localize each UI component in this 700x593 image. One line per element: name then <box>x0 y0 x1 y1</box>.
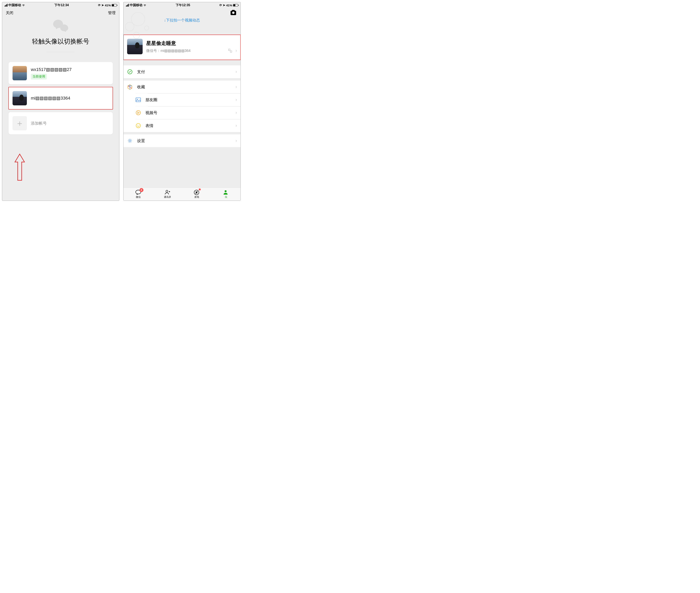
avatar <box>12 91 27 105</box>
me-icon <box>223 190 229 195</box>
pay-icon <box>127 69 133 75</box>
add-account-label: 添加帐号 <box>31 121 47 126</box>
account-name: wx1517▧▧▧▧▧27 <box>31 67 72 72</box>
menu-item-favorites[interactable]: 收藏 › <box>123 80 241 93</box>
battery-icon <box>233 4 238 7</box>
tab-chat[interactable]: 微信 4 <box>123 188 153 201</box>
carrier-label: 中国移动 <box>8 3 21 7</box>
status-bar-left: 中国移动 下午12:34 ⟳ ➤ 41% <box>2 2 119 8</box>
channels-icon <box>136 110 141 116</box>
wifi-icon <box>143 4 146 6</box>
tab-bar: 微信 4 通讯录 发现 我 <box>123 188 241 201</box>
menu-group-content: 收藏 › 朋友圈 › 视频号 › 表情 › <box>123 80 241 132</box>
location-icon: ➤ <box>102 3 104 7</box>
tab-label: 通讯录 <box>164 195 171 199</box>
moments-icon <box>136 97 141 103</box>
contacts-icon <box>164 190 171 195</box>
account-card-current[interactable]: wx1517▧▧▧▧▧27 当前使用 <box>8 62 113 84</box>
pull-to-record-hint: ↓下拉拍一个视频动态 <box>123 18 241 27</box>
close-button[interactable]: 关闭 <box>6 10 13 15</box>
menu-item-settings[interactable]: 设置 › <box>123 134 241 147</box>
tab-label: 微信 <box>136 195 141 199</box>
wifi-icon <box>22 4 25 6</box>
orientation-lock-icon: ⟳ <box>98 3 101 7</box>
tab-contacts[interactable]: 通讯录 <box>153 188 182 201</box>
signal-icon <box>5 4 7 7</box>
page-title: 轻触头像以切换帐号 <box>2 37 119 52</box>
nav-bar: 关闭 管理 <box>2 8 119 18</box>
chevron-right-icon: › <box>235 110 237 115</box>
wechat-id: 微信号：mi▧▧▧▧▧▧364 <box>146 48 225 53</box>
menu-item-channels[interactable]: 视频号 › <box>136 106 241 119</box>
tab-label: 发现 <box>194 195 199 199</box>
tab-label: 我 <box>225 195 227 199</box>
status-time: 下午12:35 <box>176 3 190 7</box>
camera-icon[interactable] <box>230 11 236 15</box>
chevron-right-icon: › <box>235 69 237 74</box>
menu-label: 收藏 <box>137 84 231 90</box>
account-card-other[interactable]: mi▧▧▧▧▧▧3364 <box>8 87 113 109</box>
orientation-lock-icon: ⟳ <box>219 3 222 7</box>
svg-point-4 <box>136 123 141 128</box>
menu-label: 表情 <box>145 123 231 128</box>
wechat-logo-area <box>2 18 119 37</box>
wechat-logo-icon <box>53 18 69 32</box>
annotation-up-arrow <box>14 153 25 182</box>
battery-icon <box>112 4 117 7</box>
right-phone-me-tab: 中国移动 下午12:35 ⟳ ➤ 41% ↓下拉拍一个视频动态 星星偷走睡意 微… <box>123 2 241 201</box>
settings-icon <box>127 138 133 144</box>
svg-point-7 <box>129 140 131 142</box>
menu-group-pay: 支付 › <box>123 66 241 78</box>
svg-point-11 <box>225 190 227 192</box>
location-icon: ➤ <box>223 3 225 7</box>
chevron-right-icon: › <box>235 97 237 103</box>
signal-icon <box>126 4 129 7</box>
chevron-right-icon: › <box>235 123 237 128</box>
discover-icon <box>194 190 200 195</box>
chevron-right-icon: › <box>235 48 237 53</box>
menu-label: 支付 <box>137 69 231 75</box>
battery-percent: 41% <box>226 4 232 7</box>
tab-me[interactable]: 我 <box>211 188 241 201</box>
status-bar-right: 中国移动 下午12:35 ⟳ ➤ 41% <box>123 2 241 8</box>
chevron-right-icon: › <box>235 84 237 89</box>
svg-point-3 <box>136 111 141 115</box>
menu-label: 视频号 <box>145 110 231 116</box>
carrier-label: 中国移动 <box>130 3 142 7</box>
account-list: wx1517▧▧▧▧▧27 当前使用 mi▧▧▧▧▧▧3364 ＋ 添加帐号 <box>2 62 119 134</box>
menu-item-stickers[interactable]: 表情 › <box>136 119 241 132</box>
svg-point-2 <box>137 99 138 100</box>
favorites-icon <box>127 84 133 90</box>
title-divider <box>47 52 75 52</box>
svg-rect-1 <box>136 98 141 102</box>
status-time: 下午12:34 <box>54 3 69 7</box>
manage-button[interactable]: 管理 <box>108 10 116 15</box>
svg-point-6 <box>139 125 140 126</box>
add-account-card[interactable]: ＋ 添加帐号 <box>8 112 113 134</box>
unread-badge: 4 <box>140 188 143 192</box>
menu-item-pay[interactable]: 支付 › <box>123 66 241 78</box>
menu-label: 设置 <box>137 138 231 144</box>
camera-bar <box>123 8 241 18</box>
svg-point-5 <box>137 125 138 126</box>
avatar <box>127 39 143 54</box>
svg-point-9 <box>166 190 168 192</box>
current-badge: 当前使用 <box>31 74 47 80</box>
tab-discover[interactable]: 发现 <box>182 188 211 201</box>
account-name: mi▧▧▧▧▧▧3364 <box>31 95 70 101</box>
menu-label: 朋友圈 <box>145 97 231 103</box>
plus-icon: ＋ <box>12 116 27 130</box>
stickers-icon <box>136 123 141 128</box>
chevron-right-icon: › <box>235 138 237 143</box>
avatar <box>12 66 27 80</box>
menu-item-moments[interactable]: 朋友圈 › <box>136 93 241 106</box>
battery-percent: 41% <box>105 4 111 7</box>
left-phone-account-switcher: 中国移动 下午12:34 ⟳ ➤ 41% 关闭 管理 轻触头像以切换帐号 wx1… <box>2 2 119 201</box>
notification-dot <box>199 189 201 191</box>
menu-group-settings: 设置 › <box>123 134 241 147</box>
qrcode-icon[interactable] <box>228 49 232 52</box>
